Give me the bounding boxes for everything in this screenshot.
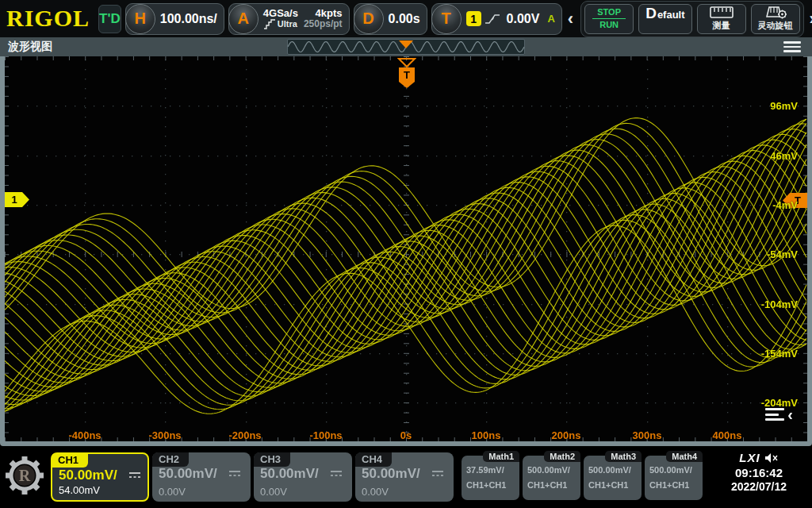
voltage-label: 96mV [770,100,798,112]
trigger-flag-icon: T [398,67,416,89]
overview-trigger-position-icon[interactable] [399,40,413,48]
acquire-control[interactable]: A 4GSa/s 4kpts Ultra 250ps/pt [228,3,350,35]
trigger-level-value: 0.00V [507,12,540,26]
horizontal-control[interactable]: H 100.00ns/ [125,3,224,35]
speaker-muted-icon [764,452,779,464]
rigol-logo: RIGOL [3,5,94,33]
channel2-tab: CH2 [152,452,189,467]
channel3-offset: 0.00V [260,486,287,498]
math2-scale: 500.00mV/ [527,465,570,475]
smart-knob-button[interactable]: 灵动旋钮 [751,4,800,34]
trigger-status-indicator[interactable]: T'D [98,5,121,33]
math3-card[interactable]: Math3 500.00mV/ CH1+CH1 [584,456,642,500]
dc-coupling-icon [128,471,141,480]
sample-rate-value: 4GSa/s [263,8,298,19]
trigger-status-label: T'D [99,11,121,27]
time-label: -400ns [68,429,101,441]
bottom-bar: R CH1 50.00mV/ 54.00mV CH2 50.00mV/ 0.00… [0,446,812,508]
stop-label: STOP [592,7,626,19]
horizontal-knob[interactable]: H [125,4,155,34]
math3-expression: CH1+CH1 [588,480,628,490]
delay-control[interactable]: D 0.00s [354,3,427,35]
smart-knob-label: 灵动旋钮 [758,20,793,32]
math3-scale: 500.00mV/ [588,465,631,475]
measure-label: 测量 [713,20,730,32]
measure-button[interactable]: 测量 [697,4,746,34]
waveform-grid: T 1 T 96mV46mV-4mV-54mV-104mV-154mV-204m… [5,56,807,441]
channel1-scale: 50.00mV/ [59,468,117,483]
math2-expression: CH1+CH1 [527,480,567,490]
stop-run-button[interactable]: STOP RUN [584,4,634,34]
channel1-level-marker[interactable]: 1 [5,192,30,207]
menu-icon[interactable] [783,41,801,52]
channel4-scale: 50.00mV/ [362,466,420,482]
channel2-scale: 50.00mV/ [159,466,217,482]
waveform-view-bar: 波形视图 [0,37,812,56]
default-button[interactable]: Default [638,4,691,34]
system-date: 2022/07/12 [712,480,806,493]
channel1-card[interactable]: CH1 50.00mV/ 54.00mV [51,452,149,502]
channel3-card[interactable]: CH3 50.00mV/ 0.00V [254,452,352,502]
channel3-scale: 50.00mV/ [260,466,319,482]
trigger-knob[interactable]: T [431,4,462,34]
channel4-tab: CH4 [355,452,392,467]
top-bar: RIGOL T'D H 100.00ns/ A 4GSa/s 4kpts [0,0,812,37]
dc-coupling-icon [228,469,241,479]
time-label: -300ns [148,429,181,441]
voltage-label: -4mV [772,199,798,211]
grid-menu-icon[interactable]: ‹ [765,408,793,421]
lxi-logo: LXI [739,451,760,464]
svg-text:T: T [404,69,410,81]
channel4-offset: 0.00V [362,486,389,498]
horizontal-scale-value: 100.00ns/ [160,12,217,26]
math1-expression: CH1+CH1 [466,480,506,490]
dc-coupling-icon [330,469,343,479]
memory-depth-value: 4kpts [316,8,343,19]
math2-tab: Math2 [544,451,580,462]
acquire-knob[interactable]: A [228,4,259,34]
time-label: 0s [400,429,412,441]
time-label: 100ns [472,429,501,441]
channel3-tab: CH3 [254,452,290,467]
run-label: RUN [599,20,619,30]
acquire-mode-label: Ultra [278,20,297,29]
dc-coupling-icon [431,469,444,479]
trigger-control[interactable]: T 1 0.00V A [431,3,562,35]
delay-value: 0.00s [389,12,420,26]
channel1-tab: CH1 [52,453,88,468]
scope-frame: T 1 T 96mV46mV-4mV-54mV-104mV-154mV-204m… [0,56,812,446]
quick-buttons-panel: STOP RUN Default 测量 [580,1,803,37]
math2-card[interactable]: Math2 500.00mV/ CH1+CH1 [523,456,580,500]
math1-tab: Math1 [483,451,519,462]
channel4-card[interactable]: CH4 50.00mV/ 0.00V [355,452,454,502]
channel2-card[interactable]: CH2 50.00mV/ 0.00V [152,452,251,502]
time-label: 400ns [713,429,742,441]
delay-knob[interactable]: D [354,4,384,34]
timebase-overview-strip[interactable] [287,39,525,55]
time-label: 300ns [633,429,662,441]
toolbar-scroll-right[interactable]: › [808,10,812,28]
channel2-offset: 0.00V [159,486,186,498]
trigger-hollow-triangle-icon [397,58,416,67]
waveform-view-tab[interactable]: 波形视图 [0,40,52,54]
ruler-icon [710,6,733,19]
time-label: -100ns [309,429,342,441]
toolbar-scroll-left[interactable]: ‹ [566,10,575,28]
math1-card[interactable]: Math1 37.59mV/ CH1+CH1 [462,456,519,500]
voltage-label: -154mV [761,348,798,360]
channel1-offset: 54.00mV [59,484,100,496]
waveform-canvas[interactable] [5,56,807,441]
math4-tab: Math4 [666,451,703,462]
knob-icon [764,6,787,19]
voltage-label: 46mV [770,150,798,162]
collapse-arrow-icon: ‹ [787,408,793,421]
math4-card[interactable]: Math4 500.00mV/ CH1+CH1 [645,456,703,500]
trigger-position-flag[interactable]: T [396,58,416,89]
math1-scale: 37.59mV/ [466,465,504,475]
status-box[interactable]: LXI 09:16:42 2022/07/12 [712,451,806,493]
math3-tab: Math3 [605,451,642,462]
oscilloscope-screen: RIGOL T'D H 100.00ns/ A 4GSa/s 4kpts [0,0,812,508]
math4-expression: CH1+CH1 [649,480,689,490]
gear-icon: R [4,453,45,498]
rigol-gear-logo[interactable]: R [0,448,49,503]
